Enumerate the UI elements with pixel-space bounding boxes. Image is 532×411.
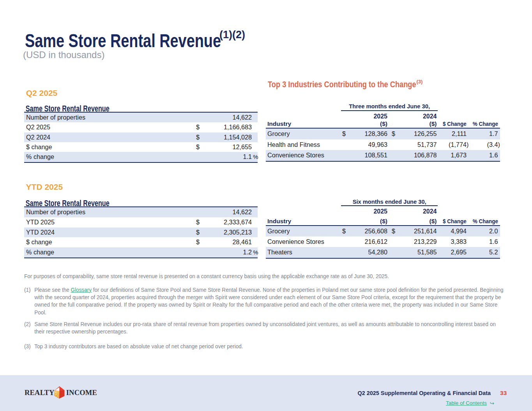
svg-text:REALTY: REALTY [25,389,55,397]
svg-text:INCOME: INCOME [66,389,97,397]
